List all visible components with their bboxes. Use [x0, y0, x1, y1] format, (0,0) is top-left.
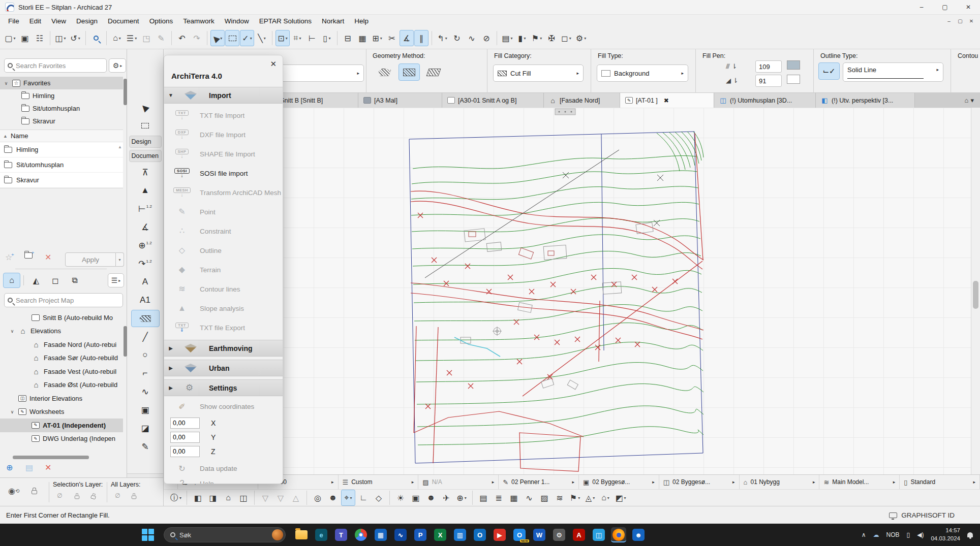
publish-button[interactable]: ◫▾ — [53, 30, 68, 46]
pen-color-swatch[interactable] — [787, 60, 800, 70]
media-app[interactable]: ∿ — [393, 527, 408, 542]
drawing-canvas[interactable] — [164, 108, 971, 474]
layer-combination[interactable]: ☰Custom▸ — [339, 475, 419, 489]
import-section-header[interactable]: ▼ Import — [164, 87, 283, 104]
project-tree-scrollbar[interactable] — [124, 326, 127, 357]
find-select-button[interactable] — [89, 30, 103, 46]
firefox[interactable] — [611, 527, 626, 542]
menu-help[interactable]: Help — [349, 16, 374, 26]
panel-close-icon[interactable]: ✕ — [270, 59, 277, 69]
layout-book-button[interactable]: ◻ — [47, 273, 64, 288]
circle-tool[interactable]: ○ — [131, 346, 160, 364]
word[interactable]: W — [532, 527, 547, 542]
renovation-display-button[interactable]: ⌂▾ — [598, 490, 612, 506]
print-button[interactable]: ☷ — [33, 30, 47, 46]
speaker-icon[interactable]: ◀) — [917, 531, 924, 538]
dimension-style[interactable]: ▯Standard▸ — [900, 475, 980, 489]
view-map-button[interactable]: ◭ — [27, 273, 45, 288]
menu-design[interactable]: Design — [71, 16, 103, 26]
vertical-scrollbar[interactable] — [971, 108, 980, 474]
architerra-item-slope-analysis[interactable]: ▲Slope analysis — [164, 299, 283, 318]
powerpoint[interactable]: P — [413, 527, 428, 542]
language-indicator[interactable]: NOB — [886, 531, 900, 538]
search-project-input[interactable] — [16, 297, 119, 304]
device-tray-icon[interactable]: ▯ — [907, 531, 910, 538]
drawing-tool[interactable]: ◪ — [131, 420, 160, 437]
new-folder-button[interactable]: ＋ — [24, 252, 35, 259]
favorites-palette-button[interactable]: ⌂▾ — [110, 30, 124, 46]
project-item-fasade-øst-auto-rebuild[interactable]: ⌂Fasade Øst (Auto-rebuild — [0, 378, 123, 392]
show-all-layers-icon[interactable]: ∅ — [115, 492, 120, 499]
add-viewpoint-button[interactable]: ⊕ — [6, 463, 13, 472]
panel-drag-handle[interactable] — [13, 456, 89, 459]
geometry-rotated-button[interactable] — [423, 63, 444, 81]
settings-section-header[interactable]: ▶ ⚙ Settings — [164, 379, 283, 396]
frame-tool-button[interactable]: ▯▾ — [320, 30, 334, 46]
menu-eptar-solutions[interactable]: EPTAR Solutions — [254, 16, 317, 26]
label-tool[interactable]: A1 — [131, 292, 160, 309]
split-tool-button[interactable]: ✂ — [385, 30, 399, 46]
project-item-interior-elevations[interactable]: ◫Interior Elevations — [0, 392, 123, 405]
radial-dimension-tool[interactable]: ↷1.2 — [131, 255, 160, 272]
project-item-fasade-sør-auto-rebuild[interactable]: ⌂Fasade Sør (Auto-rebuild — [0, 351, 123, 365]
earthmoving-section-header[interactable]: ▶ Earthmoving — [164, 340, 283, 357]
paste-button[interactable]: ◳ — [139, 30, 154, 46]
data-update-item[interactable]: ↻ Data update — [164, 461, 283, 476]
favorites-scrollbar[interactable] — [124, 79, 127, 105]
dimension-guide-button[interactable]: ⊢ — [305, 30, 319, 46]
flag-tool-button[interactable]: ⚑▾ — [530, 30, 544, 46]
arrow-select-tool[interactable]: ◀ — [131, 99, 160, 116]
apply-dropdown[interactable]: ▾ — [116, 252, 124, 267]
partial-structure-button[interactable]: ◩▾ — [614, 490, 628, 506]
undo-button[interactable]: ↶ — [175, 30, 189, 46]
architerra-item-dxf-file-import[interactable]: DXF↓DXF file Import — [164, 125, 283, 144]
chrome[interactable] — [353, 527, 369, 542]
navigate-back-button[interactable]: ↺▾ — [68, 30, 82, 46]
home-view-button[interactable]: ⌂ — [221, 490, 235, 506]
confirm-tool-button[interactable]: ✓▾ — [240, 30, 254, 46]
zone-display-button[interactable]: ▨ — [537, 490, 552, 506]
pen-set[interactable]: ✎02 Penner 1...▸ — [499, 475, 579, 489]
stories-button[interactable]: ▤▾ — [500, 30, 514, 46]
close-button[interactable]: ✕ — [957, 0, 980, 14]
quick-pane-button[interactable]: ◨ — [206, 490, 220, 506]
line-tool[interactable]: ╱ — [131, 328, 160, 345]
pen-bg-color-swatch[interactable] — [787, 75, 800, 84]
redo-button[interactable]: ↷ — [190, 30, 204, 46]
power-bi[interactable]: ▥ — [452, 527, 468, 542]
marker-down-2-button[interactable]: ▽ — [273, 490, 288, 506]
sun-study-button[interactable]: ☀ — [393, 490, 408, 506]
project-map-menu-button[interactable]: ☰▸ — [108, 273, 124, 287]
acrobat[interactable]: A — [571, 527, 587, 542]
geometry-rectangle-button[interactable] — [399, 63, 420, 81]
apply-button[interactable]: Apply — [65, 252, 116, 267]
level-dimension-tool[interactable]: ⊕1.2 — [131, 237, 160, 254]
notifications-bell-icon[interactable] — [967, 532, 973, 537]
z-coordinate-field[interactable] — [170, 446, 200, 457]
fill-display[interactable]: ▨N/A▸ — [418, 475, 499, 489]
edge-browser[interactable]: e — [314, 527, 329, 542]
camera-button[interactable]: ▣ — [409, 490, 423, 506]
graphisoft-id[interactable]: GRAPHISOFT ID — [889, 511, 955, 519]
onedrive-cloud-icon[interactable]: ☁ — [873, 531, 879, 538]
angle-snap-button[interactable]: ∡ — [400, 30, 414, 46]
walk-mode-button[interactable]: ☻ — [424, 490, 438, 506]
tab-quick-options-button[interactable]: ⌂▾ — [959, 93, 980, 108]
menu-norkart[interactable]: Norkart — [317, 16, 349, 26]
pen-override-button[interactable]: ⚑▾ — [568, 490, 582, 506]
menu-teamwork[interactable]: Teamwork — [178, 16, 220, 26]
layer-settings-button[interactable]: ☰▾ — [125, 30, 139, 46]
guide-lines-button[interactable]: ∥ — [414, 30, 428, 46]
menu-view[interactable]: View — [46, 16, 71, 26]
angle-dimension-tool[interactable]: ∡ — [131, 218, 160, 236]
favorites-settings-button[interactable]: ⚙▸ — [109, 58, 126, 73]
toolbox-group-document[interactable]: Documen — [129, 150, 162, 162]
doc-restore-button[interactable]: ▢ — [955, 18, 966, 24]
outline-toggle-button[interactable]: ⌙✓ — [818, 62, 840, 80]
list-scroll-up-icon[interactable]: ▲ — [118, 145, 122, 149]
toolbar-options-button[interactable]: ⚙▾ — [574, 30, 588, 46]
north-symbol-button[interactable]: ✠ — [544, 30, 559, 46]
tab-a3-mal[interactable]: [A3 Mal] — [358, 93, 442, 108]
project-item-snitt-b-auto-rebuild-mo[interactable]: Snitt B (Auto-rebuild Mo — [0, 311, 123, 325]
spline-edit-button[interactable]: ∿ — [465, 30, 479, 46]
